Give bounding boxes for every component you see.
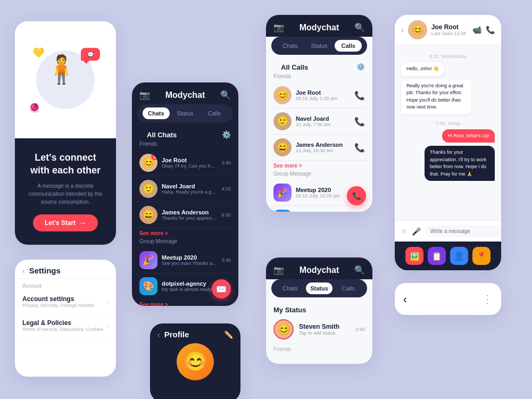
calls-camera-icon[interactable]: 📷 xyxy=(273,22,284,32)
camera-icon[interactable]: 📷 xyxy=(139,90,150,100)
see-more-groups[interactable]: See more > xyxy=(132,300,238,306)
call-time-joe: 00:15 July, 1:30 pm xyxy=(296,96,350,101)
chat-win-bottom-bar: 🖼️ 📋 👤 📍 xyxy=(395,242,501,270)
calls-tabs-bar: Chats Status Calls xyxy=(271,37,367,55)
chat-name-dotpixel: dotpixel-agency xyxy=(162,280,217,287)
calls-group-dotpixel[interactable]: 🎨 dotpixel-agency 13 July, 10:30 am 📞 xyxy=(271,206,367,212)
settings-legal-sub: Terms of service, Data policy, Cookies xyxy=(22,327,103,332)
bottom-icon-location[interactable]: 📍 xyxy=(472,247,491,265)
see-more-friends[interactable]: See more > xyxy=(132,228,238,238)
close-icon[interactable]: ✕ xyxy=(401,227,408,236)
settings-item-legal[interactable]: Legal & Policies Terms of service, Data … xyxy=(15,314,116,338)
contact-icon: 👤 xyxy=(454,251,464,261)
calls-search-icon[interactable]: 🔍 xyxy=(354,22,365,32)
call-item-joe[interactable]: 😊 Joe Root 00:15 July, 1:30 pm 📞 xyxy=(271,82,367,109)
tab-chats[interactable]: Chats xyxy=(143,107,170,119)
calls-fab[interactable]: 📞 xyxy=(347,186,366,205)
calls-tab-chats[interactable]: Chats xyxy=(277,40,304,52)
status-friends-section: Friends xyxy=(266,344,372,352)
chat-list-friends: 😊 2 Joe Root Okay. I'll try. Can you hel… xyxy=(132,150,238,228)
status-tab-calls[interactable]: Calls xyxy=(335,282,362,294)
message-input[interactable] xyxy=(425,225,501,237)
call-item-navel[interactable]: 🙂 Navel Joard 10 July, 7:00 am 📞 xyxy=(271,109,367,135)
profile-title: Profile xyxy=(164,330,189,339)
msg-4: Thanks for your appreciation. I'll try t… xyxy=(425,146,495,181)
bottom-bar-back[interactable]: ‹ xyxy=(403,293,407,305)
calls-filter-icon[interactable]: ⚙️ xyxy=(356,63,365,71)
calls-group-time-meetup: 02:12 July, 10:25 pm xyxy=(296,193,350,198)
status-search-icon[interactable]: 🔍 xyxy=(354,265,365,275)
status-tab-chats[interactable]: Chats xyxy=(277,282,304,294)
profile-back-button[interactable]: ‹ xyxy=(157,330,160,339)
status-tab-status[interactable]: Status xyxy=(306,282,333,294)
chat-win-actions: 📹 📞 xyxy=(472,26,495,34)
chat-win-contact-name: Joe Root xyxy=(431,23,467,31)
location-icon: 📍 xyxy=(476,251,487,261)
calls-tab-status[interactable]: Status xyxy=(306,40,333,52)
calls-list-friends: 😊 Joe Root 00:15 July, 1:30 pm 📞 🙂 Navel… xyxy=(266,82,372,161)
phone-call-icon[interactable]: 📞 xyxy=(486,26,495,34)
fab-compose[interactable]: ✉️ xyxy=(212,279,231,298)
chat-preview-dotpixel: My task is almost ready. Send it. xyxy=(162,287,217,292)
calls-avatar-navel: 🙂 xyxy=(273,112,292,130)
card-settings: ‹ Settings Account Account settings Priv… xyxy=(15,260,116,377)
chat-time-meetup: 2:45 xyxy=(221,257,231,263)
settings-legal-label: Legal & Policies xyxy=(22,319,103,327)
search-icon[interactable]: 🔍 xyxy=(220,90,231,100)
chat-info-james: James Anderson Thanks for your appreciat… xyxy=(162,209,217,221)
settings-back-button[interactable]: ‹ xyxy=(22,267,25,275)
calls-app-header: 📷 Modychat 🔍 xyxy=(266,15,372,37)
status-tabs-bar: Chats Status Calls xyxy=(271,279,367,297)
settings-account-chevron: › xyxy=(106,298,109,305)
chat-item-james[interactable]: 😄 James Anderson Thanks for your appreci… xyxy=(137,202,233,228)
chat-win-contact-info: Joe Root Last Seen 12:45 xyxy=(431,23,467,36)
video-call-icon[interactable]: 📹 xyxy=(472,26,481,34)
chat-item-meetup[interactable]: 🎉 Meetup 2020 See you man! Thanks a lot.… xyxy=(137,247,233,273)
chat-info-meetup: Meetup 2020 See you man! Thanks a lot. xyxy=(162,254,217,266)
chat-name-meetup: Meetup 2020 xyxy=(162,254,217,261)
tab-status[interactable]: Status xyxy=(172,107,199,119)
settings-item-account[interactable]: Account settings Privacy, Security, Chan… xyxy=(15,290,116,314)
bottom-icon-image[interactable]: 🖼️ xyxy=(405,247,423,265)
calls-tab-calls[interactable]: Calls xyxy=(335,40,362,52)
badge-joe: 2 xyxy=(151,154,157,160)
chat-back-button[interactable]: ‹ xyxy=(401,26,404,34)
avatar-james: 😄 xyxy=(139,206,157,224)
status-item-steven[interactable]: 😊 Steven Smith Tap to add status 2:45 xyxy=(266,315,372,344)
call-info-joe: Joe Root 00:15 July, 1:30 pm xyxy=(296,89,350,101)
chat-name-james: James Anderson xyxy=(162,209,217,215)
settings-account-section: Account xyxy=(15,279,116,290)
card-calls: 📷 Modychat 🔍 Chats Status Calls All Call… xyxy=(266,15,372,212)
calls-see-more-friends[interactable]: See more > xyxy=(266,161,372,171)
call-item-james[interactable]: 😄 James Anderson 13 July, 10:30 am 📞 xyxy=(271,135,367,161)
group-sub: Group Message xyxy=(132,238,238,247)
messages-area: 8:25, Wednesday Hello, John! 👋 Really yo… xyxy=(395,45,501,220)
profile-edit-button[interactable]: ✏️ xyxy=(224,330,233,339)
chat-item-navel[interactable]: 🙂 Navel Joard Haha. Really you're a grea… xyxy=(137,176,233,202)
call-name-navel: Navel Joard xyxy=(296,115,350,122)
status-name-steven: Steven Smith xyxy=(299,323,350,330)
chat-item-joe[interactable]: 😊 2 Joe Root Okay. I'll try. Can you hel… xyxy=(137,150,233,176)
settings-account-label: Account settings xyxy=(22,295,94,303)
image-icon: 🖼️ xyxy=(409,251,420,261)
filter-icon[interactable]: ⚙️ xyxy=(222,130,231,139)
status-camera-icon[interactable]: 📷 xyxy=(273,265,284,275)
call-info-navel: Navel Joard 10 July, 7:00 am xyxy=(296,115,350,127)
bottom-icon-contact[interactable]: 👤 xyxy=(450,247,468,265)
bottom-bar-more[interactable]: ⋮ xyxy=(482,293,493,305)
lets-start-button[interactable]: Let's Start → xyxy=(33,214,98,231)
settings-account-info: Account settings Privacy, Security, Chan… xyxy=(22,295,94,308)
call-name-james: James Anderson xyxy=(296,142,350,148)
bottom-icon-sticker[interactable]: 📋 xyxy=(428,247,446,265)
settings-title: Settings xyxy=(29,266,61,275)
tab-calls[interactable]: Calls xyxy=(201,107,228,119)
call-type-joe: 📞 xyxy=(354,90,365,101)
mic-icon[interactable]: 🎤 xyxy=(412,227,421,236)
settings-legal-chevron: › xyxy=(106,322,109,329)
call-name-joe: Joe Root xyxy=(296,89,350,96)
msg-3: Hi Root, What's Up! xyxy=(442,129,495,143)
friends-sub: Friends xyxy=(132,141,238,150)
lets-start-label: Let's Start xyxy=(45,219,76,227)
all-chats-label: All Chats xyxy=(139,129,184,140)
chat-name-joe: Joe Root xyxy=(162,157,217,163)
